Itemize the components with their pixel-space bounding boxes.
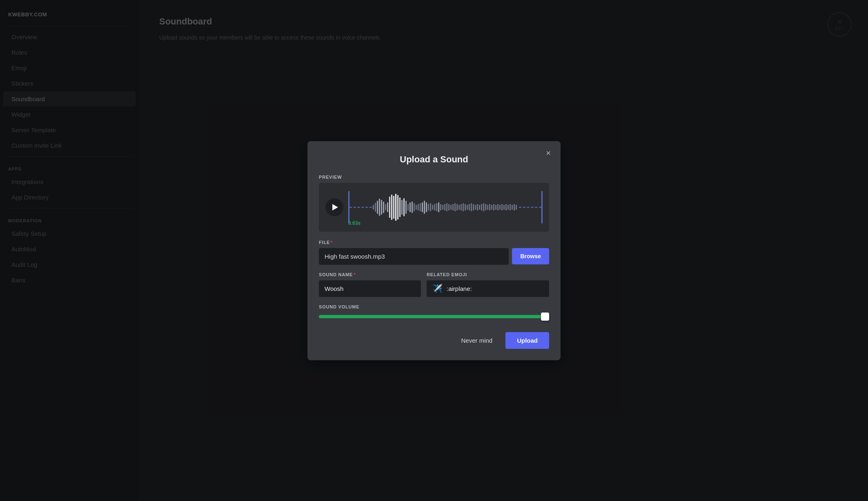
svg-rect-62 [499,205,501,210]
svg-rect-12 [397,195,398,219]
upload-button[interactable]: Upload [505,332,549,349]
svg-rect-16 [405,201,407,214]
svg-rect-22 [418,204,419,211]
svg-rect-31 [436,203,437,211]
svg-rect-50 [475,205,476,210]
preview-label: PREVIEW [319,175,549,180]
svg-rect-66 [507,205,509,210]
browse-button[interactable]: Browse [512,248,549,264]
file-input-row: Browse [319,248,549,265]
svg-rect-13 [399,197,401,217]
svg-rect-8 [389,197,390,218]
file-name-input[interactable] [319,248,509,265]
svg-rect-36 [446,203,447,211]
volume-thumb[interactable] [541,313,549,321]
svg-rect-17 [407,204,409,211]
svg-rect-30 [434,204,435,211]
svg-rect-45 [465,204,466,211]
svg-rect-23 [420,203,421,211]
svg-rect-19 [412,202,413,213]
svg-rect-32 [438,202,439,212]
svg-rect-25 [424,201,425,214]
svg-rect-56 [487,205,488,210]
svg-rect-46 [467,205,468,210]
svg-rect-26 [426,202,427,212]
svg-rect-39 [452,204,454,211]
sound-name-field: SOUND NAME* [319,272,421,297]
sound-name-label: SOUND NAME* [319,272,421,277]
svg-rect-1 [375,203,376,212]
svg-rect-65 [505,204,507,211]
waveform-container: 0.63s [319,183,549,232]
svg-rect-33 [440,204,441,211]
volume-track [319,315,549,318]
svg-rect-18 [410,202,411,212]
svg-rect-15 [403,198,405,216]
modal-close-button[interactable]: × [543,148,554,159]
waveform-dotted-right [519,207,541,208]
svg-rect-40 [454,203,456,211]
svg-rect-53 [481,204,482,211]
waveform-svg [372,193,519,222]
time-label: 0.63s [348,220,361,226]
svg-rect-48 [471,203,472,211]
play-button[interactable] [325,198,343,216]
svg-rect-49 [473,204,474,211]
modal-title: Upload a Sound [319,154,549,165]
emoji-field: RELATED EMOJI ✈️ :airplane: [427,272,549,297]
modal-actions: Never mind Upload [319,332,549,349]
svg-rect-67 [510,204,511,211]
svg-rect-11 [395,194,396,221]
sound-name-required: * [354,272,356,277]
svg-rect-37 [448,204,450,211]
svg-rect-10 [393,196,394,219]
preview-section: PREVIEW [319,175,549,232]
svg-rect-24 [422,202,423,212]
waveform-canvas [348,188,543,227]
svg-rect-20 [414,203,415,211]
play-icon [332,204,338,211]
svg-rect-21 [416,205,417,210]
modal-overlay: × Upload a Sound PREVIEW [0,0,868,501]
svg-rect-4 [381,200,382,215]
volume-section: SOUND VOLUME [319,304,549,321]
svg-rect-57 [489,204,490,211]
svg-rect-14 [401,200,403,215]
emoji-icon: ✈️ [432,284,443,293]
file-required: * [331,240,333,245]
svg-rect-9 [391,195,392,220]
emoji-label: RELATED EMOJI [427,272,549,277]
waveform-dotted-left [349,207,372,208]
modal-close-icon: × [546,149,551,158]
waveform-right-handle[interactable] [541,191,543,224]
emoji-text: :airplane: [447,280,472,297]
svg-rect-6 [385,204,386,211]
svg-rect-54 [483,203,484,211]
emoji-input-row[interactable]: ✈️ :airplane: [427,280,549,297]
svg-rect-44 [463,203,464,211]
name-emoji-row: SOUND NAME* RELATED EMOJI ✈️ :airplane: [319,272,549,297]
sound-name-input[interactable] [319,280,421,297]
upload-sound-modal: × Upload a Sound PREVIEW [307,141,561,360]
main-content: Soundboard Upload sounds so your members… [139,0,868,501]
svg-rect-63 [501,204,503,211]
file-section: FILE* Browse [319,240,549,265]
svg-rect-68 [512,205,513,210]
svg-rect-43 [461,204,462,211]
never-mind-button[interactable]: Never mind [454,333,499,348]
svg-rect-41 [456,204,458,211]
svg-rect-3 [379,199,380,216]
svg-rect-61 [497,204,499,211]
svg-rect-27 [428,204,429,211]
svg-rect-70 [516,205,517,210]
svg-rect-28 [430,203,431,211]
svg-rect-2 [377,201,378,214]
svg-rect-55 [485,204,486,211]
svg-rect-42 [458,205,460,210]
svg-rect-35 [444,204,445,211]
svg-rect-34 [442,205,443,210]
volume-slider-container[interactable] [319,313,549,321]
svg-rect-58 [491,205,492,210]
svg-rect-59 [493,204,494,211]
volume-label: SOUND VOLUME [319,304,549,309]
